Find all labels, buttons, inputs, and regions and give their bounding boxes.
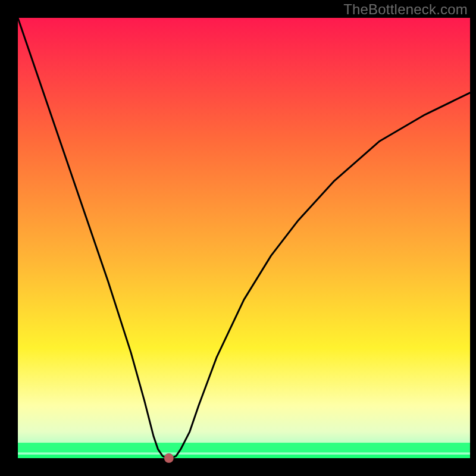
- baseline-green: [18, 455, 470, 458]
- watermark-text: TheBottleneck.com: [343, 1, 468, 18]
- plot-area: [18, 18, 470, 458]
- minimum-dot: [164, 453, 174, 463]
- green-band: [18, 443, 470, 452]
- chart-container: TheBottleneck.com: [0, 0, 476, 476]
- chart-svg: [0, 0, 476, 476]
